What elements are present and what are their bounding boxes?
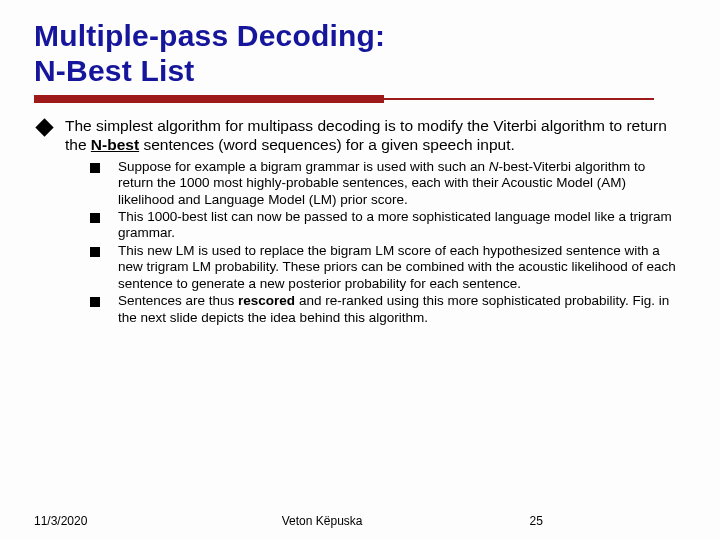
footer: 11/3/2020 Veton Këpuska 25 — [0, 514, 720, 528]
level2-text: Suppose for example a bigram grammar is … — [118, 159, 678, 208]
bullet-level-1: The simplest algorithm for multipass dec… — [38, 117, 686, 155]
square-icon — [90, 297, 100, 307]
square-icon — [90, 247, 100, 257]
footer-author: Veton Këpuska — [282, 514, 530, 528]
square-icon — [90, 213, 100, 223]
square-icon — [90, 163, 100, 173]
slide: Multiple-pass Decoding: N-Best List The … — [0, 0, 720, 326]
list-item: This new LM is used to replace the bigra… — [90, 243, 686, 292]
list-item: This 1000-best list can now be passed to… — [90, 209, 686, 242]
footer-page-number: 25 — [530, 514, 686, 528]
level2-text: This 1000-best list can now be passed to… — [118, 209, 678, 242]
l1-part-b: sentences (word sequences) for a given s… — [139, 136, 515, 153]
slide-title: Multiple-pass Decoding: N-Best List — [34, 18, 686, 89]
sub0-a: Suppose for example a bigram grammar is … — [118, 159, 489, 174]
sub3-a: Sentences are thus — [118, 293, 238, 308]
level2-text: Sentences are thus rescored and re-ranke… — [118, 293, 678, 326]
title-underline — [34, 95, 686, 103]
sub0-ital: N — [489, 159, 499, 174]
footer-date: 11/3/2020 — [34, 514, 282, 528]
level2-text: This new LM is used to replace the bigra… — [118, 243, 678, 292]
level1-text: The simplest algorithm for multipass dec… — [65, 117, 686, 155]
list-item: Suppose for example a bigram grammar is … — [90, 159, 686, 208]
title-line-2: N-Best List — [34, 54, 195, 87]
sub2-a: This new LM is used to replace the bigra… — [118, 243, 676, 291]
diamond-icon — [35, 118, 53, 136]
l1-bold: N-best — [91, 136, 139, 153]
bullet-level-2-list: Suppose for example a bigram grammar is … — [90, 159, 686, 327]
list-item: Sentences are thus rescored and re-ranke… — [90, 293, 686, 326]
sub1-a: This 1000-best list can now be passed to… — [118, 209, 672, 240]
sub3-bold: rescored — [238, 293, 295, 308]
title-line-1: Multiple-pass Decoding: — [34, 19, 385, 52]
